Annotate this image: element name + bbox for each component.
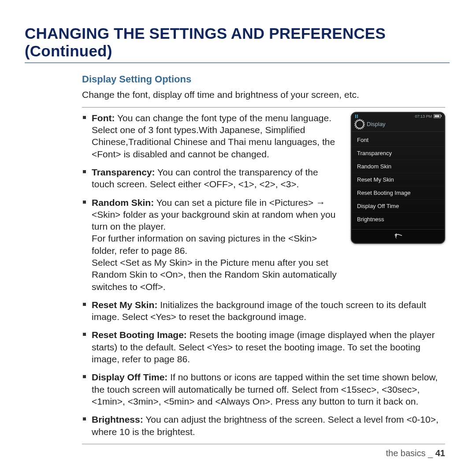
device-time: 07:13 PM (415, 114, 432, 119)
back-icon[interactable] (394, 233, 402, 239)
bullet-list-wide: Reset My Skin: Initializes the backgroun… (82, 299, 445, 438)
bullet-item: Reset Booting Image: Resets the booting … (82, 329, 445, 365)
bullet-label: Font: (92, 113, 115, 123)
device-menu-item[interactable]: Transparency (352, 147, 444, 160)
device-menu-item[interactable]: Display Off Time (352, 200, 444, 213)
device-header: Display (352, 119, 444, 132)
bullet-label: Transparency: (92, 167, 155, 177)
pause-icon (355, 115, 358, 118)
bullet-label: Brightness: (92, 414, 143, 424)
footer-page-number: 41 (435, 448, 445, 458)
bullet-label: Reset My Skin: (92, 300, 157, 310)
title-rule (25, 63, 450, 63)
divider-top (82, 107, 445, 108)
device-bottombar (352, 229, 444, 243)
device-menu-item[interactable]: Random Skin (352, 160, 444, 173)
bullet-label: Reset Booting Image: (92, 330, 187, 340)
bullet-item: Random Skin: You can set a picture file … (82, 197, 342, 293)
battery-icon (434, 114, 441, 118)
bullet-label: Display Off Time: (92, 372, 167, 382)
bullet-text: You can set a picture file in <Pictures>… (92, 197, 337, 292)
bullet-item: Transparency: You can control the transp… (82, 166, 342, 190)
bullet-text: You can change the font type of the menu… (92, 113, 335, 159)
gear-icon (355, 120, 364, 129)
device-screen-title: Display (367, 121, 386, 127)
page-footer: the basics _ 41 (386, 448, 445, 458)
device-menu-item[interactable]: Font (352, 134, 444, 147)
bullet-label: Random Skin: (92, 197, 154, 208)
bullet-item: Reset My Skin: Initializes the backgroun… (82, 299, 445, 323)
bullet-item: Font: You can change the font type of th… (82, 112, 342, 160)
device-menu-item[interactable]: Reset Booting Image (352, 186, 444, 200)
device-menu: Font Transparency Random Skin Reset My S… (352, 132, 444, 228)
device-statusbar: 07:13 PM (352, 113, 444, 119)
device-menu-item[interactable]: Reset My Skin (352, 173, 444, 186)
bullet-list-narrow: Font: You can change the font type of th… (82, 112, 342, 293)
page-title: CHANGING THE SETTINGS AND PREFERENCES (C… (25, 25, 450, 60)
device-screenshot: 07:13 PM Display Font Transparency Rando… (351, 112, 445, 244)
divider-bottom (82, 444, 445, 444)
bullet-text: You can adjust the brightness of the scr… (92, 414, 439, 436)
bullet-item: Display Off Time: If no buttons or icons… (82, 371, 445, 407)
device-menu-item[interactable]: Brightness (352, 213, 444, 226)
footer-section: the basics _ (386, 448, 433, 458)
section-subhead: Display Setting Options (82, 74, 445, 85)
section-intro: Change the font, display off time and br… (82, 89, 445, 101)
bullet-item: Brightness: You can adjust the brightnes… (82, 413, 445, 438)
